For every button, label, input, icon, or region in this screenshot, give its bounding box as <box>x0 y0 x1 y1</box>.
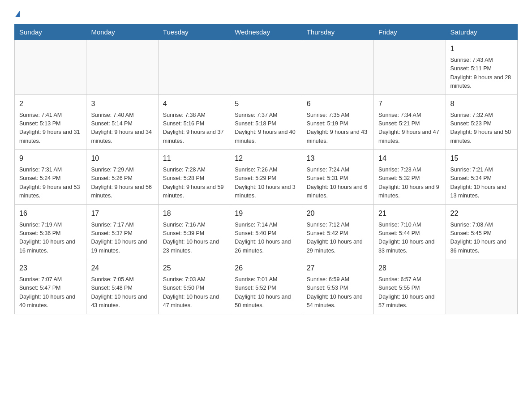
calendar-day-cell: 23Sunrise: 7:07 AMSunset: 5:47 PMDayligh… <box>15 259 86 314</box>
day-info: Sunrise: 7:31 AMSunset: 5:24 PMDaylight:… <box>19 166 82 201</box>
calendar-day-cell: 12Sunrise: 7:26 AMSunset: 5:29 PMDayligh… <box>230 150 302 205</box>
day-info: Sunrise: 7:03 AMSunset: 5:50 PMDaylight:… <box>163 275 225 310</box>
day-info: Sunrise: 7:43 AMSunset: 5:11 PMDaylight:… <box>450 56 513 91</box>
calendar-day-cell: 10Sunrise: 7:29 AMSunset: 5:26 PMDayligh… <box>86 150 158 205</box>
calendar-table: SundayMondayTuesdayWednesdayThursdayFrid… <box>14 24 518 314</box>
day-number: 17 <box>91 208 153 219</box>
day-info: Sunrise: 7:05 AMSunset: 5:48 PMDaylight:… <box>91 275 153 310</box>
calendar-day-cell: 13Sunrise: 7:24 AMSunset: 5:31 PMDayligh… <box>302 150 373 205</box>
calendar-day-cell: 27Sunrise: 6:59 AMSunset: 5:53 PMDayligh… <box>302 259 373 314</box>
day-info: Sunrise: 7:38 AMSunset: 5:16 PMDaylight:… <box>163 111 225 146</box>
day-info: Sunrise: 7:01 AMSunset: 5:52 PMDaylight:… <box>235 275 297 310</box>
day-number: 26 <box>235 263 297 274</box>
calendar-day-cell: 2Sunrise: 7:41 AMSunset: 5:13 PMDaylight… <box>15 94 86 150</box>
calendar-day-header: Thursday <box>302 25 373 40</box>
day-number: 16 <box>19 208 82 219</box>
day-info: Sunrise: 7:29 AMSunset: 5:26 PMDaylight:… <box>91 166 153 201</box>
day-info: Sunrise: 7:17 AMSunset: 5:37 PMDaylight:… <box>91 221 153 256</box>
calendar-week-row: 23Sunrise: 7:07 AMSunset: 5:47 PMDayligh… <box>15 259 518 314</box>
day-number: 25 <box>163 263 225 274</box>
calendar-day-cell: 6Sunrise: 7:35 AMSunset: 5:19 PMDaylight… <box>302 94 373 150</box>
day-number: 10 <box>91 153 153 164</box>
calendar-day-cell: 4Sunrise: 7:38 AMSunset: 5:16 PMDaylight… <box>158 94 230 150</box>
calendar-day-cell <box>374 40 446 95</box>
day-number: 4 <box>163 98 225 109</box>
day-number: 14 <box>378 153 441 164</box>
calendar-day-cell: 11Sunrise: 7:28 AMSunset: 5:28 PMDayligh… <box>158 150 230 205</box>
day-info: Sunrise: 7:19 AMSunset: 5:36 PMDaylight:… <box>19 221 82 256</box>
calendar-day-cell <box>15 40 86 95</box>
calendar-day-cell <box>86 40 158 95</box>
calendar-header-row: SundayMondayTuesdayWednesdayThursdayFrid… <box>15 25 518 40</box>
day-number: 20 <box>307 208 369 219</box>
day-info: Sunrise: 7:37 AMSunset: 5:18 PMDaylight:… <box>235 111 297 146</box>
day-info: Sunrise: 7:10 AMSunset: 5:44 PMDaylight:… <box>378 221 441 256</box>
calendar-day-cell: 15Sunrise: 7:21 AMSunset: 5:34 PMDayligh… <box>446 150 517 205</box>
calendar-week-row: 16Sunrise: 7:19 AMSunset: 5:36 PMDayligh… <box>15 204 518 259</box>
calendar-day-cell: 16Sunrise: 7:19 AMSunset: 5:36 PMDayligh… <box>15 204 86 259</box>
logo-wordmark <box>14 11 20 17</box>
calendar-day-cell: 25Sunrise: 7:03 AMSunset: 5:50 PMDayligh… <box>158 259 230 314</box>
calendar-week-row: 9Sunrise: 7:31 AMSunset: 5:24 PMDaylight… <box>15 150 518 205</box>
day-info: Sunrise: 7:12 AMSunset: 5:42 PMDaylight:… <box>307 221 369 256</box>
day-number: 6 <box>307 98 369 109</box>
calendar-day-cell: 26Sunrise: 7:01 AMSunset: 5:52 PMDayligh… <box>230 259 302 314</box>
logo <box>14 11 20 17</box>
day-number: 7 <box>378 98 441 109</box>
calendar-day-cell: 18Sunrise: 7:16 AMSunset: 5:39 PMDayligh… <box>158 204 230 259</box>
day-number: 2 <box>19 98 82 109</box>
calendar-day-header: Friday <box>374 25 446 40</box>
day-number: 18 <box>163 208 225 219</box>
calendar-day-cell: 19Sunrise: 7:14 AMSunset: 5:40 PMDayligh… <box>230 204 302 259</box>
calendar-day-cell <box>446 259 517 314</box>
calendar-day-cell <box>158 40 230 95</box>
day-info: Sunrise: 7:34 AMSunset: 5:21 PMDaylight:… <box>378 111 441 146</box>
calendar-day-cell <box>230 40 302 95</box>
day-info: Sunrise: 7:41 AMSunset: 5:13 PMDaylight:… <box>19 111 82 146</box>
calendar-day-cell: 22Sunrise: 7:08 AMSunset: 5:45 PMDayligh… <box>446 204 517 259</box>
day-info: Sunrise: 7:35 AMSunset: 5:19 PMDaylight:… <box>307 111 369 146</box>
page-header <box>14 11 518 17</box>
day-number: 5 <box>235 98 297 109</box>
day-info: Sunrise: 7:40 AMSunset: 5:14 PMDaylight:… <box>91 111 153 146</box>
day-number: 15 <box>450 153 513 164</box>
calendar-day-cell: 24Sunrise: 7:05 AMSunset: 5:48 PMDayligh… <box>86 259 158 314</box>
day-info: Sunrise: 7:26 AMSunset: 5:29 PMDaylight:… <box>235 166 297 201</box>
calendar-day-cell: 20Sunrise: 7:12 AMSunset: 5:42 PMDayligh… <box>302 204 373 259</box>
calendar-day-header: Saturday <box>446 25 517 40</box>
day-info: Sunrise: 7:32 AMSunset: 5:23 PMDaylight:… <box>450 111 513 146</box>
calendar-day-header: Monday <box>86 25 158 40</box>
day-number: 13 <box>307 153 369 164</box>
calendar-day-cell: 7Sunrise: 7:34 AMSunset: 5:21 PMDaylight… <box>374 94 446 150</box>
day-info: Sunrise: 7:07 AMSunset: 5:47 PMDaylight:… <box>19 275 82 310</box>
day-info: Sunrise: 7:08 AMSunset: 5:45 PMDaylight:… <box>450 221 513 256</box>
day-number: 9 <box>19 153 82 164</box>
day-number: 3 <box>91 98 153 109</box>
logo-triangle-icon <box>15 11 20 17</box>
calendar-day-cell: 9Sunrise: 7:31 AMSunset: 5:24 PMDaylight… <box>15 150 86 205</box>
calendar-day-cell: 21Sunrise: 7:10 AMSunset: 5:44 PMDayligh… <box>374 204 446 259</box>
calendar-day-cell: 1Sunrise: 7:43 AMSunset: 5:11 PMDaylight… <box>446 40 517 95</box>
calendar-day-cell: 17Sunrise: 7:17 AMSunset: 5:37 PMDayligh… <box>86 204 158 259</box>
day-number: 1 <box>450 43 513 54</box>
day-number: 24 <box>91 263 153 274</box>
calendar-day-cell: 3Sunrise: 7:40 AMSunset: 5:14 PMDaylight… <box>86 94 158 150</box>
day-info: Sunrise: 7:16 AMSunset: 5:39 PMDaylight:… <box>163 221 225 256</box>
day-info: Sunrise: 7:24 AMSunset: 5:31 PMDaylight:… <box>307 166 369 201</box>
day-info: Sunrise: 6:57 AMSunset: 5:55 PMDaylight:… <box>378 275 441 310</box>
day-info: Sunrise: 7:21 AMSunset: 5:34 PMDaylight:… <box>450 166 513 201</box>
calendar-day-cell <box>302 40 373 95</box>
day-number: 28 <box>378 263 441 274</box>
calendar-week-row: 1Sunrise: 7:43 AMSunset: 5:11 PMDaylight… <box>15 40 518 95</box>
calendar-week-row: 2Sunrise: 7:41 AMSunset: 5:13 PMDaylight… <box>15 94 518 150</box>
day-info: Sunrise: 7:28 AMSunset: 5:28 PMDaylight:… <box>163 166 225 201</box>
day-number: 21 <box>378 208 441 219</box>
calendar-day-header: Tuesday <box>158 25 230 40</box>
day-number: 23 <box>19 263 82 274</box>
calendar-day-header: Sunday <box>15 25 86 40</box>
day-number: 19 <box>235 208 297 219</box>
day-info: Sunrise: 7:23 AMSunset: 5:32 PMDaylight:… <box>378 166 441 201</box>
calendar-day-cell: 14Sunrise: 7:23 AMSunset: 5:32 PMDayligh… <box>374 150 446 205</box>
day-number: 8 <box>450 98 513 109</box>
day-info: Sunrise: 6:59 AMSunset: 5:53 PMDaylight:… <box>307 275 369 310</box>
